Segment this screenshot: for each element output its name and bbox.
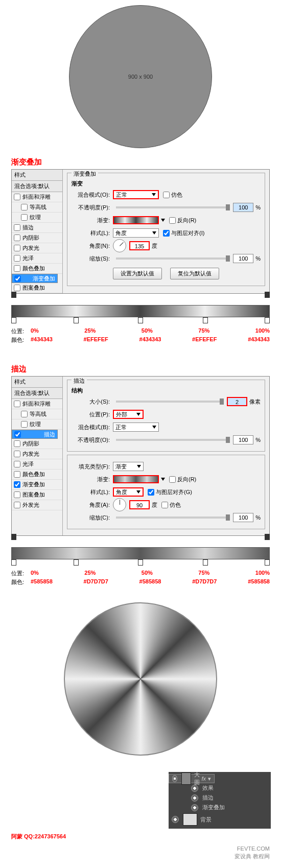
position-select[interactable]: 外部 bbox=[113, 410, 144, 419]
blend-options-default[interactable]: 混合选项:默认 bbox=[12, 388, 62, 399]
gradient-bar[interactable] bbox=[11, 305, 270, 317]
style-color-overlay[interactable]: 颜色叠加 bbox=[12, 470, 62, 480]
chevron-down-icon[interactable]: ▾ bbox=[208, 776, 211, 782]
checkbox-satin[interactable] bbox=[14, 255, 20, 262]
dither-checkbox[interactable]: 仿色 bbox=[161, 501, 181, 509]
gradient-stop[interactable] bbox=[11, 559, 16, 566]
style-select[interactable]: 角度 bbox=[113, 228, 159, 238]
scale-label: 缩放(C): bbox=[72, 514, 110, 522]
reset-default-button[interactable]: 复位为默认值 bbox=[170, 268, 219, 279]
blend-mode-select[interactable]: 正常 bbox=[113, 190, 159, 199]
circle-size-label: 900 x 900 bbox=[128, 74, 153, 80]
checkbox-contour[interactable] bbox=[21, 204, 28, 210]
align-layer-checkbox[interactable]: 与图层对齐(I) bbox=[163, 229, 204, 237]
checkbox-stroke[interactable] bbox=[14, 224, 20, 231]
visibility-icon[interactable] bbox=[191, 785, 198, 792]
fx-badge[interactable]: fx bbox=[201, 776, 206, 782]
visibility-icon[interactable] bbox=[191, 794, 198, 802]
style-color-overlay[interactable]: 颜色叠加 bbox=[12, 264, 62, 274]
gradient-bar[interactable] bbox=[11, 547, 270, 559]
style-satin[interactable]: 光泽 bbox=[12, 253, 62, 264]
gradient-stop[interactable] bbox=[74, 559, 79, 566]
blend-mode-select[interactable]: 正常 bbox=[113, 423, 159, 432]
scale-slider[interactable] bbox=[116, 517, 230, 519]
style-bevel[interactable]: 斜面和浮雕 bbox=[12, 192, 62, 202]
gradient-preview[interactable] bbox=[113, 475, 159, 483]
gradient-preview[interactable] bbox=[113, 216, 159, 224]
style-contour[interactable]: 等高线 bbox=[12, 409, 62, 419]
opacity-slider[interactable] bbox=[116, 206, 230, 208]
checkbox-pattern-overlay[interactable] bbox=[14, 285, 20, 291]
layer-row-bg[interactable]: 背景 bbox=[169, 812, 271, 827]
checkbox-inner-shadow[interactable] bbox=[14, 234, 20, 241]
gradient-stop[interactable] bbox=[138, 559, 143, 566]
style-satin[interactable]: 光泽 bbox=[12, 459, 62, 470]
checkbox-texture[interactable] bbox=[21, 214, 28, 221]
style-bevel[interactable]: 斜面和浮雕 bbox=[12, 399, 62, 409]
chevron-down-icon[interactable] bbox=[161, 219, 165, 222]
style-outer-glow[interactable]: 外发光 bbox=[12, 500, 62, 510]
visibility-icon[interactable] bbox=[172, 816, 179, 823]
size-slider[interactable] bbox=[116, 401, 224, 403]
gradient-stop[interactable] bbox=[265, 559, 270, 566]
style-pattern-overlay[interactable]: 图案叠加 bbox=[12, 283, 62, 293]
style-inner-glow[interactable]: 内发光 bbox=[12, 449, 62, 459]
scale-value[interactable]: 100 bbox=[233, 513, 253, 522]
size-value[interactable]: 2 bbox=[227, 397, 247, 406]
style-texture[interactable]: 纹理 bbox=[12, 419, 62, 430]
gradient-stop[interactable] bbox=[265, 317, 270, 323]
style-pattern-overlay[interactable]: 图案叠加 bbox=[12, 490, 62, 500]
layer-row[interactable]: 大圆 fx ▾ bbox=[169, 774, 215, 783]
chevron-down-icon bbox=[152, 426, 156, 429]
scale-slider[interactable] bbox=[116, 257, 230, 260]
angle-dial[interactable] bbox=[113, 498, 126, 511]
reverse-checkbox[interactable]: 反向(R) bbox=[169, 476, 196, 483]
dither-checkbox[interactable]: 仿色 bbox=[163, 191, 182, 199]
checkbox-gradient-overlay[interactable] bbox=[14, 275, 21, 282]
visibility-icon[interactable] bbox=[191, 804, 198, 811]
gradient-stop[interactable] bbox=[203, 559, 208, 566]
checkbox-bevel[interactable] bbox=[14, 194, 20, 200]
style-inner-shadow[interactable]: 内阴影 bbox=[12, 233, 62, 243]
style-inner-glow[interactable]: 内发光 bbox=[12, 243, 62, 253]
style-contour[interactable]: 等高线 bbox=[12, 202, 62, 213]
styles-header[interactable]: 样式 bbox=[12, 170, 62, 181]
style-gradient-overlay[interactable]: 渐变叠加 bbox=[12, 274, 58, 283]
angle-value[interactable]: 90 bbox=[129, 500, 150, 509]
blend-options-default[interactable]: 混合选项:默认 bbox=[12, 181, 62, 192]
style-gradient-overlay[interactable]: 渐变叠加 bbox=[12, 480, 62, 490]
group-title: 渐变叠加 bbox=[72, 170, 98, 178]
author-footer: 阿蒙 QQ:2247367564 bbox=[11, 833, 270, 840]
reverse-checkbox[interactable]: 反向(R) bbox=[169, 217, 196, 224]
section-title-stroke: 描边 bbox=[11, 364, 281, 374]
checkbox-inner-glow[interactable] bbox=[14, 245, 20, 251]
style-texture[interactable]: 纹理 bbox=[12, 213, 62, 223]
angle-value[interactable]: 135 bbox=[129, 241, 150, 250]
layer-stroke-row[interactable]: 描边 bbox=[169, 793, 271, 803]
opacity-value[interactable]: 100 bbox=[233, 203, 253, 212]
layer-gradient-row[interactable]: 渐变叠加 bbox=[169, 803, 271, 812]
style-stroke[interactable]: 描边 bbox=[12, 430, 58, 439]
gradient-stop[interactable] bbox=[203, 317, 208, 323]
make-default-button[interactable]: 设置为默认值 bbox=[113, 268, 162, 279]
checkbox-color-overlay[interactable] bbox=[14, 265, 20, 272]
fill-type-select[interactable]: 渐变 bbox=[113, 462, 144, 471]
chevron-down-icon[interactable] bbox=[161, 478, 165, 481]
layer-thumbnail[interactable] bbox=[183, 813, 197, 826]
styles-header[interactable]: 样式 bbox=[12, 377, 62, 388]
layer-thumbnail[interactable] bbox=[181, 772, 191, 785]
style-inner-shadow[interactable]: 内阴影 bbox=[12, 439, 62, 449]
angle-dial[interactable] bbox=[113, 239, 126, 252]
scale-value[interactable]: 100 bbox=[233, 254, 253, 263]
gradient-stop[interactable] bbox=[138, 317, 143, 323]
gradient-stop[interactable] bbox=[74, 317, 79, 323]
gradient-editor-2 bbox=[11, 540, 270, 567]
opacity-value[interactable]: 100 bbox=[233, 435, 253, 444]
style-stroke[interactable]: 描边 bbox=[12, 223, 62, 233]
style-select[interactable]: 角度 bbox=[113, 487, 144, 497]
stops-position-row: 位置: 0% 25% 50% 75% 100% bbox=[11, 327, 270, 335]
visibility-icon[interactable] bbox=[172, 775, 177, 782]
opacity-slider[interactable] bbox=[116, 439, 230, 441]
align-layer-checkbox[interactable]: 与图层对齐(G) bbox=[148, 488, 192, 496]
gradient-stop[interactable] bbox=[11, 317, 16, 323]
